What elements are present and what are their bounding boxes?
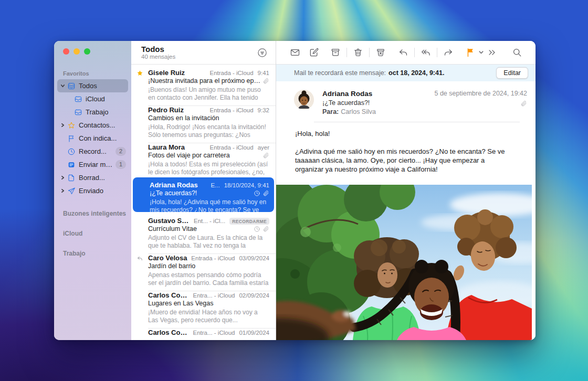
sidebar-item-borradores[interactable]: Borrad... — [57, 171, 128, 184]
preview: ¡Muero de envidia! Hace años no voy a La… — [148, 309, 269, 324]
to-value[interactable]: Carlos Silva — [341, 108, 376, 115]
get-mail-button[interactable] — [290, 45, 301, 60]
delete-button[interactable] — [350, 45, 366, 60]
subject: Lugares en Las Vegas — [148, 299, 269, 308]
sidebar-section-icloud[interactable]: iCloud — [63, 230, 131, 237]
sidebar-item-contactos[interactable]: Contactos... — [57, 119, 128, 132]
search-button[interactable] — [509, 45, 525, 60]
preview: ¡Hola, Rodrigo! ¡Nos encanta la invitaci… — [148, 123, 269, 139]
window-controls — [54, 41, 131, 62]
sender: Adriana Rodas — [150, 181, 207, 189]
clock-icon — [66, 147, 76, 156]
list-item[interactable]: Carlos CostaEntra... - iCloud02/09/2024 … — [131, 287, 276, 324]
sender: Carlos Costa — [148, 291, 190, 299]
edit-reminder-button[interactable]: Editar — [496, 67, 528, 79]
paperclip-icon — [520, 100, 527, 107]
zoom-window-button[interactable] — [84, 48, 90, 55]
star-icon — [131, 69, 148, 102]
reminder-clock-icon — [254, 190, 260, 197]
body-paragraph: ¡Hola, hola! — [295, 129, 514, 138]
close-window-button[interactable] — [63, 48, 69, 55]
sender: Laura Mora — [148, 143, 207, 151]
mailbox-actions-group — [328, 45, 388, 60]
reply-icon — [398, 47, 408, 58]
sender: Caro Velosa — [148, 254, 188, 262]
reminder-banner: Mail te recordará este mensaje: oct 18, … — [276, 65, 536, 81]
preview: ¡Hola a todos! Esta es mi preselección (… — [148, 161, 269, 176]
sidebar-item-label: Borrad... — [79, 174, 105, 182]
forward-icon — [443, 47, 454, 58]
reply-all-button[interactable] — [418, 45, 434, 60]
attachment-indicator[interactable] — [434, 100, 527, 107]
minimize-window-button[interactable] — [74, 48, 80, 55]
preview: ¡Buenos días! Un amigo mutuo me puso en … — [148, 86, 269, 102]
subject: ¡¿Te acuerdas?! — [150, 189, 251, 198]
mailbox-label: Entra... - iCloud — [193, 292, 235, 299]
list-item[interactable]: Gisele RuizEntrada - iCloud9:41 ¡Nuestra… — [131, 65, 276, 102]
date: 9:41 — [258, 70, 269, 76]
flag-icon — [465, 47, 476, 58]
sender: Gisele Ruiz — [148, 69, 207, 77]
all-inboxes-icon — [66, 82, 76, 90]
forward-button[interactable] — [440, 45, 456, 60]
list-item[interactable]: Caro VelosaEntrada - iCloud03/09/2024 Ja… — [131, 250, 276, 287]
sidebar-item-con-indicador[interactable]: Con indica... — [57, 132, 128, 145]
list-item-selected[interactable]: Adriana RodasE...18/10/2024, 9:41 ¡¿Te a… — [133, 177, 274, 212]
list-item[interactable]: Laura MoraEntrada - iCloudayer Fotos del… — [131, 139, 276, 176]
filter-button[interactable] — [256, 46, 268, 59]
list-item[interactable]: Gustavo SantanaEnt... - iCl...RECORDARME… — [131, 213, 276, 250]
sidebar-item-recordatorios[interactable]: Record... 2 — [57, 145, 128, 158]
sidebar-item-enviar-mas-tarde[interactable]: Enviar más... 1 — [57, 158, 128, 171]
paperclip-icon — [262, 78, 269, 84]
reply-actions-group — [395, 45, 456, 60]
count-badge: 1 — [116, 160, 126, 169]
date: 9:32 — [258, 107, 269, 113]
mailbox-label: Ent... - iCl... — [194, 218, 225, 225]
sender: Gustavo Santana — [148, 217, 191, 225]
chevron-right-icon[interactable] — [59, 188, 66, 193]
sidebar-item-label: Todos — [79, 82, 97, 90]
sidebar-item-label: Record... — [79, 147, 107, 155]
flag-button[interactable] — [463, 45, 484, 60]
sidebar-section-trabajo[interactable]: Trabajo — [63, 250, 131, 257]
avatar[interactable] — [294, 90, 314, 110]
chevron-right-icon[interactable] — [59, 123, 66, 128]
mailbox-title: Todos — [141, 45, 256, 54]
send-later-icon — [66, 161, 76, 169]
sidebar-section-smart-mailboxes[interactable]: Buzones inteligentes — [63, 210, 131, 217]
message-recipients: Para:Carlos Silva — [322, 108, 422, 117]
date: ayer — [258, 144, 269, 151]
flag-menu-chevron-icon[interactable] — [478, 48, 484, 57]
date: 01/09/2024 — [239, 330, 269, 336]
sidebar-item-label: Trabajo — [86, 108, 109, 116]
subject: Cambios en la invitación — [148, 114, 269, 123]
sidebar-item-icloud-inbox[interactable]: iCloud — [57, 92, 128, 105]
reading-pane: Mail te recordará este mensaje: oct 18, … — [276, 41, 536, 340]
sidebar-item-todos[interactable]: Todos — [57, 79, 128, 92]
junk-button[interactable] — [373, 45, 388, 60]
sidebar: Favoritos Todos iCloud Trabajo Contactos… — [54, 41, 131, 340]
subject: Currículum Vitae — [148, 225, 251, 234]
to-label: Para: — [322, 108, 339, 115]
sidebar-item-trabajo-inbox[interactable]: Trabajo — [57, 105, 128, 119]
chevron-down-icon[interactable] — [59, 83, 66, 88]
message-rows: Gisele RuizEntrada - iCloud9:41 ¡Nuestra… — [131, 65, 276, 340]
attachment-photo[interactable] — [276, 185, 532, 340]
inbox-icon — [73, 95, 83, 103]
message-subject: ¡¿Te acuerdas?! — [322, 99, 422, 108]
sidebar-item-enviado[interactable]: Enviado — [57, 184, 128, 197]
list-item[interactable]: Pedro RuizEntrada - iCloud9:32 Cambios e… — [131, 102, 276, 139]
date: 02/09/2024 — [239, 292, 269, 299]
junk-icon — [375, 47, 386, 58]
more-toolbar-items-button[interactable] — [484, 45, 500, 60]
trash-icon — [353, 47, 363, 58]
star-icon — [66, 121, 76, 130]
reply-button[interactable] — [395, 45, 411, 60]
compose-button[interactable] — [309, 45, 320, 60]
preview: ¡Hola, hola! ¿Adivina qué me salió hoy e… — [150, 198, 269, 214]
archive-button[interactable] — [328, 45, 343, 60]
list-item[interactable]: Carlos CostaEntra... - iCloud01/09/2024 — [131, 324, 276, 339]
date: 03/09/2024 — [239, 255, 269, 261]
mailbox-label: Entra... - iCloud — [193, 330, 235, 336]
chevron-right-icon[interactable] — [59, 175, 66, 180]
